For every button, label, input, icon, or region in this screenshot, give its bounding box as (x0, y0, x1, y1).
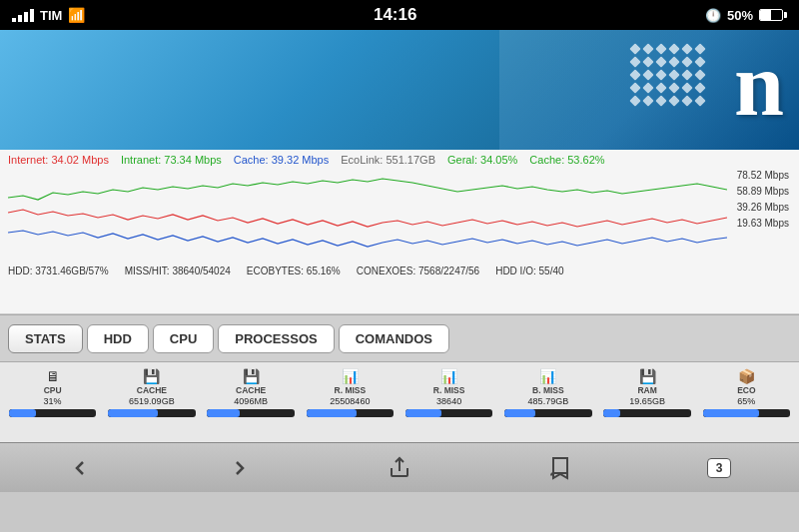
stat-value-2: 4096MB (234, 396, 268, 406)
stat-bar-0 (9, 409, 36, 417)
geral-label: Geral: 34.05% (447, 154, 517, 166)
stat-bar-container-6 (603, 409, 691, 417)
stat-bar-3 (307, 409, 358, 417)
stat-bar-container-5 (504, 409, 592, 417)
tab-count-badge: 3 (707, 458, 731, 478)
status-bar: TIM 📶 14:16 🕛 50% (0, 0, 799, 30)
tab-processos[interactable]: PROCESSOS (218, 324, 334, 353)
stat-item-0: 🖥CPU31% (4, 368, 101, 417)
forward-button[interactable] (218, 446, 262, 490)
stat-bar-6 (603, 409, 620, 417)
stat-icon-5: 📊 (539, 368, 556, 384)
cache-label: Cache: 39.32 Mbps (234, 154, 329, 166)
stat-value-5: 485.79GB (528, 396, 569, 406)
clock-icon: 🕛 (705, 8, 721, 23)
chart-right-label-3: 39.26 Mbps (737, 200, 789, 216)
chart-right-labels: 78.52 Mbps 58.89 Mbps 39.26 Mbps 19.63 M… (737, 168, 791, 232)
stat-item-4: 📊R. MISS38640 (400, 368, 497, 417)
stat-label-0: CPU (44, 385, 62, 395)
logo-letter: n (734, 40, 784, 130)
stat-icon-0: 🖥 (46, 368, 60, 384)
back-button[interactable] (58, 446, 102, 490)
battery-icon (759, 9, 787, 21)
logo-dots (631, 45, 704, 105)
stat-icon-7: 📦 (738, 368, 755, 384)
stat-value-4: 38640 (436, 396, 461, 406)
stat-bar-7 (703, 409, 760, 417)
stat-bar-1 (108, 409, 158, 417)
stat-bar-2 (207, 409, 239, 417)
tab-comandos[interactable]: COMANDOS (339, 324, 449, 353)
clock: 14:16 (374, 5, 416, 25)
stat-label-4: R. MISS (433, 385, 465, 395)
stat-bar-5 (504, 409, 535, 417)
cache2-label: Cache: 53.62% (529, 154, 604, 166)
status-left: TIM 📶 (12, 7, 85, 23)
tab-cpu[interactable]: CPU (153, 324, 214, 353)
share-button[interactable] (378, 446, 421, 490)
tabs-button[interactable]: 3 (697, 446, 741, 490)
signal-bars (12, 9, 34, 22)
ecolink-label: EcoLink: 551.17GB (341, 154, 435, 166)
tab-bar: STATSHDDCPUPROCESSOSCOMANDOS (0, 314, 799, 362)
stat-item-1: 💾CACHE6519.09GB (103, 368, 200, 417)
intranet-label: Intranet: 73.34 Mbps (121, 154, 222, 166)
stat-item-5: 📊B. MISS485.79GB (499, 368, 596, 417)
conexoes-stat: CONEXOES: 7568/2247/56 (357, 266, 479, 276)
chart-right-label-2: 58.89 Mbps (737, 184, 789, 200)
stat-icon-2: 💾 (243, 368, 260, 384)
bookmarks-button[interactable] (537, 446, 581, 490)
internet-label: Internet: 34.02 Mbps (8, 154, 109, 166)
tab-count: 3 (716, 461, 723, 475)
stat-label-5: B. MISS (532, 385, 564, 395)
hdd-stat: HDD: 3731.46GB/57% (8, 266, 109, 276)
miss-stat: MISS/HIT: 38640/54024 (125, 266, 231, 276)
chart-right-label-1: 78.52 Mbps (737, 168, 789, 184)
chart-svg: 78.52 Mbps 58.89 Mbps 39.26 Mbps 19.63 M… (8, 168, 791, 263)
chart-bottom-stats: HDD: 3731.46GB/57% MISS/HIT: 38640/54024… (0, 263, 799, 279)
stat-label-2: CACHE (236, 385, 266, 395)
wifi-icon: 📶 (68, 7, 85, 23)
bottom-toolbar: 3 (0, 442, 799, 492)
carrier-label: TIM (40, 8, 62, 23)
status-right: 🕛 50% (705, 8, 787, 23)
stat-value-1: 6519.09GB (129, 396, 175, 406)
stat-icon-6: 💾 (639, 368, 656, 384)
chart-area: Internet: 34.02 Mbps Intranet: 73.34 Mbp… (0, 150, 799, 314)
stats-grid: 🖥CPU31%💾CACHE6519.09GB💾CACHE4096MB📊R. MI… (0, 362, 799, 442)
stat-bar-container-3 (307, 409, 395, 417)
stat-icon-3: 📊 (342, 368, 359, 384)
stat-bar-container-7 (703, 409, 791, 417)
stat-bar-container-1 (108, 409, 196, 417)
stat-label-3: R. MISS (335, 385, 367, 395)
stat-bar-container-0 (9, 409, 97, 417)
stat-value-7: 65% (737, 396, 755, 406)
stat-item-2: 💾CACHE4096MB (203, 368, 300, 417)
battery-label: 50% (727, 8, 753, 23)
app-header: n (0, 30, 799, 150)
chart-right-label-4: 19.63 Mbps (737, 216, 789, 232)
stat-icon-1: 💾 (143, 368, 160, 384)
stat-item-7: 📦ECO65% (698, 368, 795, 417)
stat-bar-container-2 (207, 409, 295, 417)
app-logo: n (609, 35, 789, 145)
stat-label-7: ECO (737, 385, 755, 395)
ecobytes-stat: ECOBYTES: 65.16% (247, 266, 341, 276)
stat-item-3: 📊R. MISS25508460 (302, 368, 399, 417)
stat-bar-4 (405, 409, 441, 417)
stat-value-3: 25508460 (330, 396, 370, 406)
stat-item-6: 💾RAM19.65GB (599, 368, 696, 417)
stat-bar-container-4 (405, 409, 493, 417)
stat-label-6: RAM (637, 385, 656, 395)
stat-label-1: CACHE (137, 385, 167, 395)
stat-icon-4: 📊 (440, 368, 457, 384)
stat-value-6: 19.65GB (629, 396, 665, 406)
hddio-stat: HDD I/O: 55/40 (495, 266, 563, 276)
tab-hdd[interactable]: HDD (87, 324, 149, 353)
tab-stats[interactable]: STATS (8, 324, 83, 353)
stat-value-0: 31% (44, 396, 62, 406)
chart-labels: Internet: 34.02 Mbps Intranet: 73.34 Mbp… (0, 150, 799, 168)
